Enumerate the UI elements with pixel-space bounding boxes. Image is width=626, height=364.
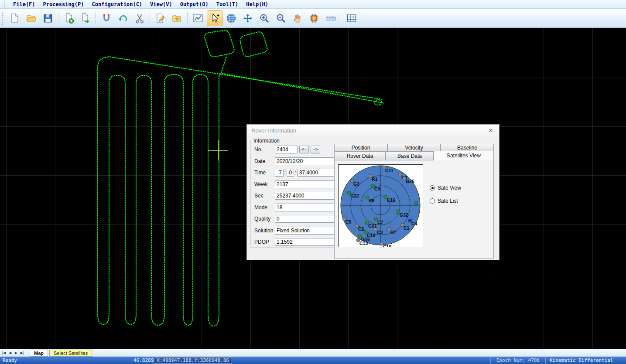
crosshair-vertical — [218, 140, 219, 160]
satellites-view-panel: C11R1R9G25G3C9G22R8C16C5C7G32C2G21C3R7C1… — [334, 160, 494, 259]
skyplot-svg: C11R1R9G25G3C9G22R8C16C5C7G32C2G21C3R7C1… — [339, 165, 423, 247]
new-file-icon — [9, 13, 21, 24]
magnet-tool-button[interactable] — [99, 10, 114, 26]
toolbar-drag-handle — [2, 12, 4, 25]
magnet-icon — [101, 13, 112, 24]
save-file-icon — [42, 13, 54, 24]
prev-epoch-button[interactable]: <- — [299, 146, 309, 153]
time-separator: : — [294, 170, 297, 176]
satellite-label: R7 — [390, 230, 397, 235]
radio-button-icon — [430, 198, 435, 204]
status-epoch-count: Epoch Num: 4708 — [490, 357, 545, 364]
move-arrows-icon — [242, 13, 253, 24]
edit-document-button[interactable] — [153, 10, 168, 26]
undo-button[interactable] — [115, 10, 131, 26]
add-data-file-button[interactable] — [61, 10, 77, 26]
prev-sheet-icon[interactable]: ◀ — [7, 350, 13, 356]
export-file-icon — [80, 13, 91, 24]
pan-move-button[interactable] — [240, 10, 256, 26]
satellite-label: G22 — [350, 193, 359, 198]
menu-configuration[interactable]: Configuration(C) — [88, 1, 147, 7]
no-input[interactable] — [275, 146, 298, 153]
toolbar-separator — [150, 12, 151, 24]
satellite-dot-edge — [414, 201, 418, 205]
folder-star-icon: ★ — [171, 13, 183, 24]
toolbar-separator — [96, 12, 96, 24]
tab-rover-data[interactable]: Rover Data — [334, 152, 386, 160]
last-sheet-icon[interactable]: ▶| — [19, 350, 25, 356]
plot-chart-button[interactable] — [190, 10, 206, 26]
scissors-icon — [134, 13, 145, 24]
open-file-button[interactable] — [24, 10, 39, 26]
satellite-label: G25 — [406, 179, 414, 184]
zoom-in-button[interactable] — [257, 10, 272, 26]
globe-view-button[interactable] — [223, 10, 239, 26]
menu-view[interactable]: View(V) — [146, 1, 176, 7]
add-file-icon — [63, 13, 75, 24]
map-canvas[interactable]: Rover Information ✕ Information No. <- -… — [0, 28, 626, 349]
solution-label: Solution — [254, 228, 275, 234]
satellite-label: C7 — [377, 220, 383, 225]
main-toolbar: ★ — [0, 9, 626, 28]
radio-button-icon — [430, 185, 435, 191]
toolbar-separator — [187, 12, 188, 24]
hand-pan-button[interactable] — [290, 10, 305, 26]
scissors-tool-button[interactable] — [132, 10, 147, 26]
export-file-button[interactable] — [78, 10, 93, 26]
tab-satellites-view[interactable]: Satellites View — [434, 151, 494, 160]
satellite-label: C10 — [367, 233, 375, 238]
processor-button[interactable] — [306, 10, 322, 26]
time-label: Time — [254, 170, 275, 176]
tab-position[interactable]: Position — [334, 144, 387, 152]
menu-bar: File(F) Processing(P) Configuration(C) V… — [0, 0, 626, 9]
satellite-label: C9 — [374, 186, 380, 191]
edit-page-icon — [155, 13, 166, 24]
dialog-tab-row-2: Rover Data Base Data Satellites View — [334, 152, 494, 160]
dialog-titlebar[interactable]: Rover Information ✕ — [247, 125, 499, 136]
globe-icon — [226, 13, 237, 24]
save-file-button[interactable] — [40, 10, 56, 26]
tab-velocity[interactable]: Velocity — [387, 144, 441, 152]
next-sheet-icon[interactable]: ▶ — [13, 350, 19, 356]
time-hour-input[interactable] — [275, 169, 284, 177]
close-icon[interactable]: ✕ — [487, 127, 495, 134]
pdop-label: PDOP — [254, 239, 275, 245]
satellite-label: C13 — [359, 241, 368, 246]
chip-icon — [308, 13, 320, 24]
grid-view-button[interactable] — [344, 10, 359, 26]
zoom-out-button[interactable] — [273, 10, 289, 26]
zoom-in-icon — [259, 13, 270, 24]
menu-tool[interactable]: Tool(T) — [212, 1, 243, 7]
open-file-icon — [26, 13, 37, 24]
radio-sate-list-label: Sate List — [438, 198, 458, 204]
time-minute-input[interactable] — [287, 169, 294, 177]
time-separator: : — [284, 170, 287, 176]
favorites-folder-button[interactable]: ★ — [169, 10, 185, 26]
first-sheet-icon[interactable]: |◀ — [1, 350, 7, 356]
status-value: 46.8289 — [133, 357, 154, 363]
tab-select-satellites[interactable]: Select Satellites — [49, 350, 92, 357]
menu-processing[interactable]: Processing(P) — [39, 1, 88, 7]
date-label: Date — [254, 158, 275, 164]
satellite-label: R8 — [369, 198, 375, 203]
menu-help[interactable]: Help(H) — [242, 1, 272, 7]
new-file-button[interactable] — [7, 10, 23, 26]
menu-output[interactable]: Output(O) — [176, 1, 212, 7]
sheet-tab-bar: |◀ ◀ ▶ ▶| Map Select Satellites — [0, 349, 626, 357]
mode-label: Mode — [254, 204, 275, 211]
measure-ruler-button[interactable] — [323, 10, 339, 26]
satellite-skyplot: C11R1R9G25G3C9G22R8C16C5C7G32C2G21C3R7C1… — [338, 164, 423, 247]
select-cursor-button[interactable] — [207, 10, 222, 26]
tab-map[interactable]: Map — [30, 350, 48, 357]
satellite-label: R1 — [372, 177, 378, 182]
radio-sate-list[interactable]: Sate List — [430, 198, 458, 204]
radio-sate-view[interactable]: Sate View — [430, 185, 461, 191]
next-epoch-button[interactable]: -> — [311, 146, 320, 153]
satellite-label: C4 — [411, 221, 417, 226]
satellite-label: C2 — [358, 226, 364, 231]
rover-information-dialog: Rover Information ✕ Information No. <- -… — [246, 124, 499, 260]
ruler-icon — [325, 13, 336, 24]
satellite-label: C19 — [383, 244, 391, 247]
menu-file[interactable]: File(F) — [9, 1, 39, 7]
tab-base-data[interactable]: Base Data — [386, 152, 434, 160]
